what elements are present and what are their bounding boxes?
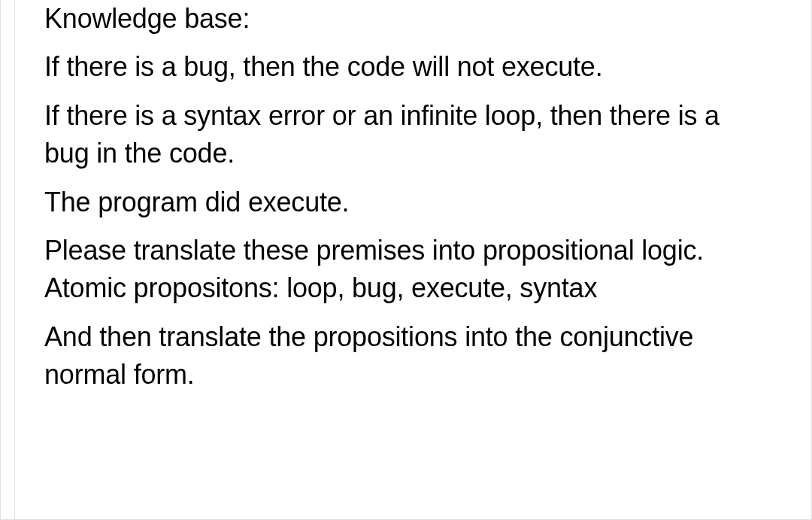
premise-2: If there is a syntax error or an infinit… <box>44 97 768 173</box>
instruction-translate: Please translate these premises into pro… <box>44 232 768 308</box>
instruction-cnf: And then translate the propositions into… <box>44 318 768 394</box>
premise-3: The program did execute. <box>44 184 768 221</box>
inner-border-left <box>14 0 15 519</box>
document-container: Knowledge base: If there is a bug, then … <box>0 0 812 520</box>
kb-heading: Knowledge base: <box>44 0 768 38</box>
premise-1: If there is a bug, then the code will no… <box>44 48 768 86</box>
